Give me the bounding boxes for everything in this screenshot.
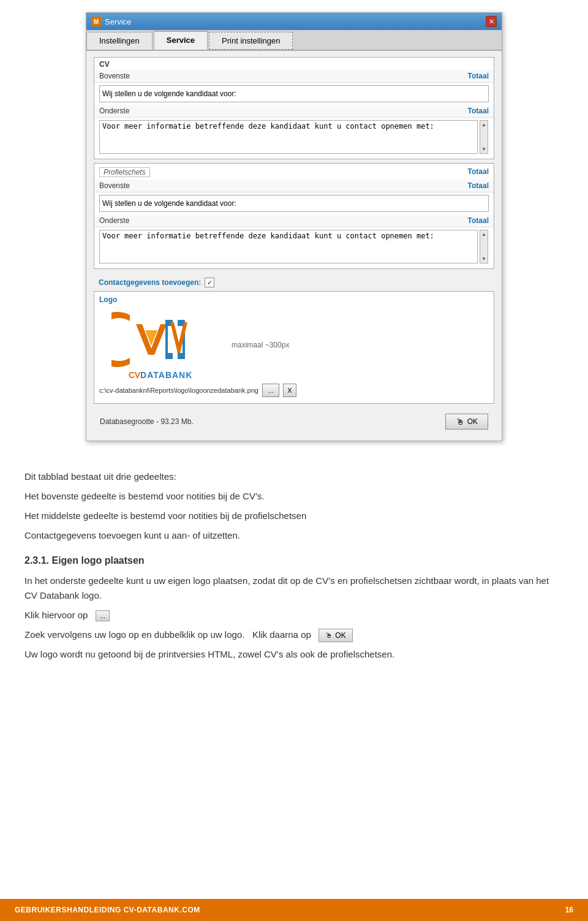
para-4: Contactgegevens toevoegen kunt u aan- of…: [24, 528, 564, 543]
prof-scroll-up-arrow[interactable]: ▲: [480, 230, 488, 238]
footer-page-number: 16: [565, 906, 573, 914]
cv-bovenste-input-row: [94, 83, 494, 105]
contact-label: Contactgegevens toevoegen:: [99, 278, 201, 287]
prof-bovenste-total: Totaal: [468, 181, 489, 190]
close-button[interactable]: ✕: [486, 16, 497, 27]
cv-bovenste-total: Totaal: [468, 72, 489, 80]
prof-bovenste-input-row: [94, 192, 494, 214]
section-heading: 2.3.1. Eigen logo plaatsen: [24, 555, 564, 566]
logo-svg: [111, 309, 209, 370]
prof-bovenste-header: Bovenste Totaal: [94, 180, 494, 192]
profielschets-section: Profielschets Totaal Bovenste Totaal Ond…: [94, 163, 494, 269]
cv-onderste-total: Totaal: [468, 107, 489, 115]
para-3: Het middelste gedeelte is bestemd voor n…: [24, 509, 564, 523]
body-content: Dit tabblad bestaat uit drie gedeeltes: …: [0, 460, 588, 679]
prof-bovenste-input[interactable]: [99, 195, 489, 212]
logo-filepath-row: c:\cv-databanknl\Reports\logo\logoonzeda…: [99, 381, 489, 400]
dialog-tabs: Instellingen Service Print instellingen: [86, 30, 502, 51]
db-row: Databasegrootte - 93.23 Mb. 🖱 OK: [94, 409, 494, 434]
logo-filepath: c:\cv-databanknl\Reports\logo\logoonzeda…: [99, 387, 258, 394]
prof-scroll-down-arrow[interactable]: ▼: [480, 255, 488, 263]
cv-onderste-textarea[interactable]: [99, 120, 478, 154]
cv-onderste-textarea-row: ▲ ▼: [94, 118, 494, 159]
para-6: Uw logo wordt nu getoond bij de printver…: [24, 647, 564, 662]
inline-ok-icon: 🖱: [325, 631, 333, 640]
logo-max-size: maximaal ~300px: [232, 341, 289, 349]
cv-bovenste-input[interactable]: [99, 85, 489, 102]
para-2: Het bovenste gedeelte is bestemd voor no…: [24, 489, 564, 504]
dialog-wrapper: M Service ✕ Instellingen Service Print i…: [0, 0, 588, 460]
logo-browse-button[interactable]: ...: [262, 384, 279, 397]
cv-bovenste-label: Bovenste: [99, 72, 130, 80]
inline-browse-btn-wrapper: ...: [96, 610, 110, 621]
para-1: Dit tabblad bestaat uit drie gedeeltes:: [24, 469, 564, 484]
cv-label: CV: [94, 58, 494, 70]
klik2-after-text: Klik daarna op: [252, 629, 311, 640]
cv-onderste-scrollbar[interactable]: ▲ ▼: [480, 120, 488, 154]
prof-bovenste-label: Bovenste: [99, 181, 130, 190]
cv-onderste-header: Onderste Totaal: [94, 105, 494, 118]
para-klik1: Klik hiervoor op ...: [24, 608, 564, 623]
service-dialog: M Service ✕ Instellingen Service Print i…: [86, 12, 502, 441]
inline-ok-button[interactable]: 🖱 OK: [318, 629, 352, 642]
profielschets-section-total: Totaal: [468, 167, 489, 176]
titlebar-left: M Service: [91, 17, 131, 26]
cv-section: CV Bovenste Totaal Onderste Totaal: [94, 57, 494, 159]
dialog-body: CV Bovenste Totaal Onderste Totaal: [86, 51, 502, 441]
ok-button-label: OK: [467, 417, 478, 426]
app-icon: M: [91, 17, 101, 26]
inline-browse-button[interactable]: ...: [96, 610, 110, 621]
footer: GEBRUIKERSHANDLEIDING CV-DATABANK.COM 16: [0, 899, 588, 921]
klik1-before-text: Klik hiervoor op: [24, 610, 88, 620]
dialog-titlebar: M Service ✕: [86, 13, 502, 30]
logo-content: CV DATABANK maximaal ~300px: [99, 308, 489, 381]
profielschets-title: Profielschets: [99, 167, 150, 177]
klik2-before-text: Zoek vervolgens uw logo op en dubbelklik…: [24, 629, 244, 640]
logo-right-info: maximaal ~300px: [232, 339, 289, 350]
dialog-title: Service: [105, 17, 131, 26]
cv-bovenste-header: Bovenste Totaal: [94, 70, 494, 83]
inline-ok-label: OK: [335, 631, 345, 640]
logo-text: CV DATABANK: [129, 370, 193, 380]
scroll-down-arrow[interactable]: ▼: [480, 145, 488, 153]
ok-button[interactable]: 🖱 OK: [445, 414, 488, 430]
prof-onderste-label: Onderste: [99, 216, 129, 225]
db-size-label: Databasegrootte - 93.23 Mb.: [100, 417, 194, 426]
inline-ok-btn-wrapper: 🖱 OK: [318, 629, 352, 642]
prof-onderste-scrollbar[interactable]: ▲ ▼: [480, 230, 488, 263]
tab-service[interactable]: Service: [154, 31, 208, 50]
tab-print-instellingen[interactable]: Print instellingen: [209, 32, 293, 50]
contact-row: Contactgegevens toevoegen: ✓: [94, 273, 494, 291]
ok-icon: 🖱: [456, 417, 464, 426]
prof-onderste-textarea-row: ▲ ▼: [94, 227, 494, 268]
scroll-up-arrow[interactable]: ▲: [480, 121, 488, 129]
cvdb-logo: CV DATABANK: [111, 309, 209, 380]
prof-onderste-total: Totaal: [468, 216, 489, 225]
prof-onderste-textarea[interactable]: [99, 230, 478, 263]
tab-instellingen[interactable]: Instellingen: [86, 32, 153, 50]
logo-image-area: CV DATABANK: [99, 308, 222, 381]
logo-section-title: Logo: [99, 295, 489, 304]
logo-delete-button[interactable]: X: [283, 384, 296, 397]
profielschets-header-row: Profielschets Totaal: [94, 164, 494, 177]
prof-onderste-header: Onderste Totaal: [94, 214, 494, 227]
footer-left-text: GEBRUIKERSHANDLEIDING CV-DATABANK.COM: [15, 906, 200, 914]
contact-checkbox[interactable]: ✓: [205, 278, 214, 287]
logo-section: Logo: [94, 291, 494, 404]
para-klik2: Zoek vervolgens uw logo op en dubbelklik…: [24, 627, 564, 642]
cv-onderste-label: Onderste: [99, 107, 129, 115]
para-5: In het onderste gedeelte kunt u uw eigen…: [24, 574, 564, 603]
